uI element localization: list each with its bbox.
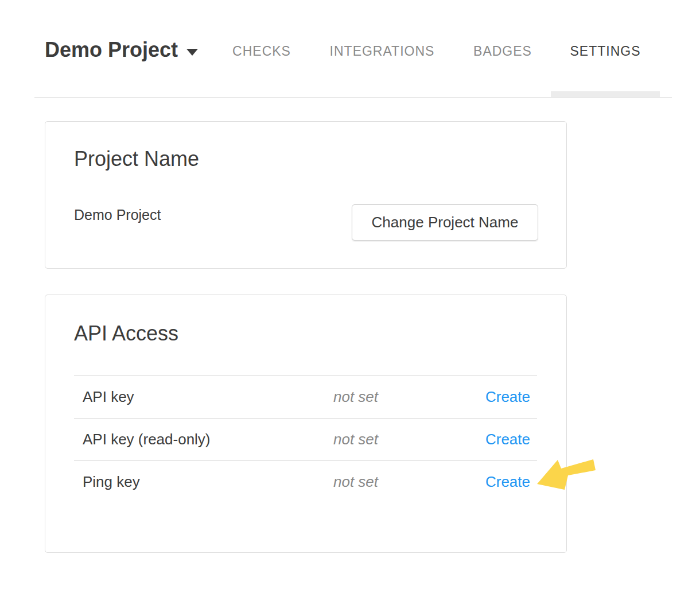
project-selector-label: Demo Project — [45, 38, 178, 62]
tab-integrations[interactable]: INTEGRATIONS — [330, 44, 435, 59]
tab-badges[interactable]: BADGES — [473, 44, 532, 59]
api-keys-table: API key not set Create API key (read-onl… — [74, 375, 537, 503]
api-key-readonly-create-link[interactable]: Create — [485, 431, 537, 448]
table-row-api-key: API key not set Create — [74, 375, 537, 418]
ping-key-value: not set — [333, 473, 454, 491]
tab-settings[interactable]: SETTINGS — [570, 44, 640, 59]
tab-checks[interactable]: CHECKS — [232, 44, 291, 59]
table-row-ping-key: Ping key not set Create — [74, 460, 537, 503]
api-access-card-title: API Access — [74, 322, 178, 346]
ping-key-label: Ping key — [74, 473, 333, 491]
api-access-card: API Access API key not set Create API ke… — [45, 295, 567, 553]
current-project-name: Demo Project — [74, 207, 161, 223]
table-row-api-key-readonly: API key (read-only) not set Create — [74, 418, 537, 460]
api-key-value: not set — [333, 388, 454, 406]
settings-page: Demo Project CHECKS INTEGRATIONS BADGES … — [0, 0, 700, 608]
change-project-name-button[interactable]: Change Project Name — [352, 204, 538, 241]
project-name-card-title: Project Name — [74, 147, 199, 171]
api-key-label: API key — [74, 388, 333, 406]
project-name-card: Project Name Demo Project Change Project… — [45, 121, 567, 269]
caret-down-icon — [186, 49, 198, 56]
api-key-readonly-label: API key (read-only) — [74, 431, 333, 448]
api-key-create-link[interactable]: Create — [485, 388, 537, 406]
active-tab-indicator — [551, 91, 660, 97]
ping-key-create-link[interactable]: Create — [485, 473, 537, 491]
project-selector-dropdown[interactable]: Demo Project — [45, 38, 198, 62]
api-key-readonly-value: not set — [333, 431, 454, 448]
nav-divider — [34, 97, 672, 98]
